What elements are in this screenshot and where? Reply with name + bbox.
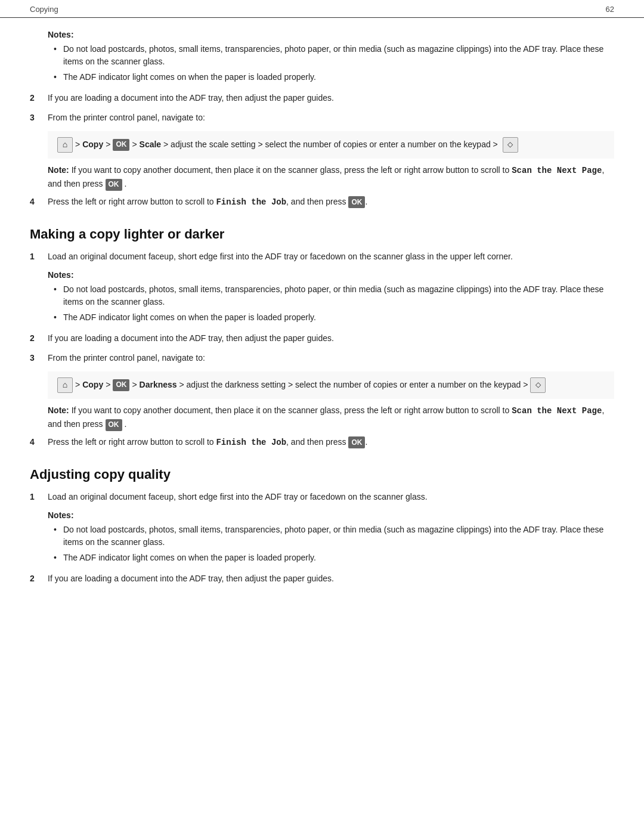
note-lighter-1: Do not load postcards, photos, small ite… bbox=[54, 283, 614, 308]
step-4-lighter: 4 Press the left or right arrow button t… bbox=[30, 436, 614, 449]
section-heading-quality: Adjusting copy quality bbox=[30, 467, 614, 482]
home-icon-darkness: ⌂ bbox=[57, 377, 73, 393]
notes-list-lighter: Do not load postcards, photos, small ite… bbox=[48, 283, 614, 324]
notes-list-quality: Do not load postcards, photos, small ite… bbox=[48, 524, 614, 564]
nav-arrow-3: > bbox=[132, 137, 137, 152]
nav-darkness-arrow-2: > bbox=[106, 377, 110, 392]
step-2-lighter: 2 If you are loading a document into the… bbox=[30, 332, 614, 345]
step-2-quality: 2 If you are loading a document into the… bbox=[30, 572, 614, 585]
step-2-top-content: If you are loading a document into the A… bbox=[48, 92, 614, 104]
step-1-lighter: 1 Load an original document faceup, shor… bbox=[30, 250, 614, 263]
nav-copy-label-darkness: Copy bbox=[82, 377, 103, 392]
top-notes-label: Notes: bbox=[48, 30, 614, 39]
nav-block-scale: ⌂ > Copy > OK > Scale > adjust the scale… bbox=[48, 131, 614, 159]
step-3-lighter-num: 3 bbox=[30, 352, 48, 364]
notes-block-lighter: Notes: Do not load postcards, photos, sm… bbox=[48, 270, 614, 324]
ok-btn-finish-darker: OK bbox=[348, 436, 365, 448]
header-page-number: 62 bbox=[606, 5, 614, 14]
step-1-quality-content: Load an original document faceup, short … bbox=[48, 491, 614, 503]
note-label-scale: Note: bbox=[48, 165, 69, 175]
section-heading-lighter-darker: Making a copy lighter or darker bbox=[30, 227, 614, 242]
step-1-quality-num: 1 bbox=[30, 491, 48, 503]
nav-darkness-arrow-1: > bbox=[75, 377, 80, 392]
nav-darkness-arrow-3: > bbox=[132, 377, 137, 392]
notes-block-quality: Notes: Do not load postcards, photos, sm… bbox=[48, 510, 614, 564]
main-content: Notes: Do not load postcards, photos, sm… bbox=[0, 30, 644, 616]
notes-label-lighter: Notes: bbox=[48, 270, 614, 280]
note-quality-2: The ADF indicator light comes on when th… bbox=[54, 552, 614, 564]
header-section-title: Copying bbox=[30, 5, 58, 14]
step-4-top: 4 Press the left or right arrow button t… bbox=[30, 196, 614, 209]
top-notes-list: Do not load postcards, photos, small ite… bbox=[48, 43, 614, 83]
finish-job-mono-darker: Finish the Job bbox=[216, 438, 286, 447]
step-3-top-content: From the printer control panel, navigate… bbox=[48, 112, 614, 124]
header-bar: Copying 62 bbox=[0, 0, 644, 18]
nav-copy-label-scale: Copy bbox=[82, 137, 103, 152]
nav-arrow-1: > bbox=[75, 137, 80, 152]
note-inline-darkness: Note: If you want to copy another docume… bbox=[48, 404, 614, 431]
nav-arrow-2: > bbox=[106, 137, 110, 152]
step-2-quality-content: If you are loading a document into the A… bbox=[48, 572, 614, 585]
step-3-lighter-content: From the printer control panel, navigate… bbox=[48, 352, 614, 364]
ok-btn-finish-top: OK bbox=[348, 196, 365, 208]
step-4-top-num: 4 bbox=[30, 196, 48, 209]
note-lighter-2: The ADF indicator light comes on when th… bbox=[54, 311, 614, 324]
page-container: Copying 62 Notes: Do not load postcards,… bbox=[0, 0, 644, 833]
step-1-quality: 1 Load an original document faceup, shor… bbox=[30, 491, 614, 503]
note-period-top: . bbox=[124, 179, 126, 188]
step-2-top-num: 2 bbox=[30, 92, 48, 104]
ok-btn-scan-next-top: OK bbox=[106, 179, 122, 191]
nav-darkness-label: Darkness > adjust the darkness setting >… bbox=[140, 377, 528, 392]
step-4-lighter-content: Press the left or right arrow button to … bbox=[48, 436, 614, 449]
step-2-lighter-content: If you are loading a document into the A… bbox=[48, 332, 614, 345]
step-3-top-num: 3 bbox=[30, 112, 48, 124]
nav-block-darkness: ⌂ > Copy > OK > Darkness > adjust the da… bbox=[48, 371, 614, 399]
diamond-icon-scale: ◇ bbox=[503, 137, 518, 153]
scan-next-page-mono-top: Scan the Next Page bbox=[512, 166, 602, 175]
note-quality-1: Do not load postcards, photos, small ite… bbox=[54, 524, 614, 549]
step-1-lighter-content: Load an original document faceup, short … bbox=[48, 250, 614, 263]
ok-btn-scan-next-darkness: OK bbox=[106, 419, 122, 431]
notes-label-quality: Notes: bbox=[48, 510, 614, 520]
nav-darkness-bold: Darkness bbox=[140, 380, 177, 389]
finish-job-mono-top: Finish the Job bbox=[216, 197, 286, 207]
top-note-item-1: Do not load postcards, photos, small ite… bbox=[54, 43, 614, 68]
note-text-scale: If you want to copy another document, th… bbox=[48, 165, 604, 188]
ok-btn-darkness-1: OK bbox=[113, 379, 129, 391]
nav-scale-label: Scale > adjust the scale setting > selec… bbox=[140, 137, 498, 152]
nav-scale-bold: Scale bbox=[140, 140, 162, 149]
note-period-darkness: . bbox=[124, 419, 126, 429]
step-2-lighter-num: 2 bbox=[30, 332, 48, 345]
step-4-top-content: Press the left or right arrow button to … bbox=[48, 196, 614, 209]
step-3-lighter: 3 From the printer control panel, naviga… bbox=[30, 352, 614, 364]
home-icon-scale: ⌂ bbox=[57, 137, 73, 153]
step-1-lighter-num: 1 bbox=[30, 250, 48, 263]
diamond-icon-darkness: ◇ bbox=[530, 377, 546, 393]
scan-next-page-mono-darkness: Scan the Next Page bbox=[512, 406, 602, 416]
note-label-darkness: Note: bbox=[48, 405, 69, 415]
note-text-darkness: If you want to copy another document, th… bbox=[48, 405, 604, 429]
ok-btn-scale-1: OK bbox=[113, 139, 129, 151]
step-2-quality-num: 2 bbox=[30, 572, 48, 585]
step-3-top: 3 From the printer control panel, naviga… bbox=[30, 112, 614, 124]
step-2-top: 2 If you are loading a document into the… bbox=[30, 92, 614, 104]
step-4-lighter-num: 4 bbox=[30, 436, 48, 449]
top-notes-block: Notes: Do not load postcards, photos, sm… bbox=[48, 30, 614, 83]
note-inline-scale: Note: If you want to copy another docume… bbox=[48, 163, 614, 191]
top-note-item-2: The ADF indicator light comes on when th… bbox=[54, 71, 614, 83]
